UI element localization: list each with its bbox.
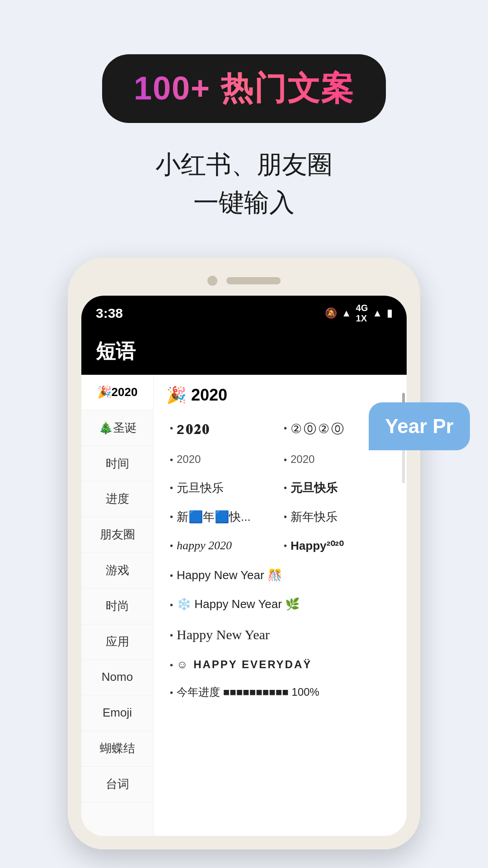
bullet-icon: • <box>170 688 173 698</box>
list-item[interactable]: • ❄️ Happy New Year 🌿 <box>166 590 394 618</box>
mute-icon: 🔕 <box>325 307 337 319</box>
list-item[interactable]: • 今年进度 ■■■■■■■■■■ 100% <box>166 678 394 706</box>
item-value: Happy²⁰²⁰ <box>291 538 343 554</box>
list-item[interactable]: • happy 2020 <box>166 531 280 560</box>
item-value: 2020 <box>177 452 201 467</box>
signal-icon: ▲ <box>372 307 382 319</box>
item-value: 元旦快乐 <box>177 480 224 496</box>
speech-bubble-text: Year Pr <box>385 415 454 437</box>
bullet-icon: • <box>284 453 287 466</box>
list-item[interactable]: • 新🟦年🟦快... <box>166 502 280 531</box>
phone-outer: 3:38 🔕 ▲ 4G1X ▲ ▮ 短语 <box>68 258 420 849</box>
bullet-icon: • <box>170 539 173 552</box>
bullet-icon: • <box>284 422 287 434</box>
list-item[interactable]: • Happy²⁰²⁰ <box>280 531 394 560</box>
speech-bubble: Year Pr <box>369 402 470 450</box>
items-grid: • 2𝟎𝟐𝟎 • ②⓪②⓪ • 2020 <box>166 414 394 706</box>
sidebar-item-fashion[interactable]: 时尚 <box>81 589 153 624</box>
status-icons: 🔕 ▲ 4G1X ▲ ▮ <box>325 303 392 324</box>
list-item[interactable]: • 元旦快乐 <box>166 473 280 502</box>
bullet-icon: • <box>170 630 173 641</box>
list-item[interactable]: • 新年快乐 <box>280 502 394 531</box>
bullet-icon: • <box>170 571 173 581</box>
subtitle-line1: 小红书、朋友圈 <box>155 146 333 184</box>
item-value: ☺ HAPPY EVERYDAŸ <box>177 657 312 672</box>
page-wrapper: 100+ 热门文案 小红书、朋友圈 一键输入 3:38 🔕 ▲ <box>0 0 488 868</box>
wifi-icon: ▲ <box>342 307 352 319</box>
list-item[interactable]: • 元旦快乐 <box>280 473 394 502</box>
item-value: Happy New Year 🎊 <box>177 567 282 583</box>
subtitle: 小红书、朋友圈 一键输入 <box>155 146 333 222</box>
item-value: ❄️ Happy New Year 🌿 <box>177 596 300 612</box>
item-value: 2𝟎𝟐𝟎 <box>177 420 210 439</box>
sidebar-item-moments[interactable]: 朋友圈 <box>81 517 153 553</box>
sidebar-item-2020[interactable]: 🎉2020 <box>81 375 153 410</box>
phone-top-bar <box>81 271 407 290</box>
item-value: happy 2020 <box>177 538 232 554</box>
bullet-icon: • <box>170 481 173 494</box>
bullet-icon: • <box>284 510 287 523</box>
bullet-icon: • <box>170 510 173 523</box>
sidebar: 🎉2020 🎄圣诞 时间 进度 朋友圈 游戏 时尚 应用 Nomo Emoji … <box>81 375 154 836</box>
speaker-bar <box>226 277 281 284</box>
phone-screen: 3:38 🔕 ▲ 4G1X ▲ ▮ 短语 <box>81 296 407 836</box>
list-item[interactable]: • ☺ HAPPY EVERYDAŸ <box>166 651 394 679</box>
item-value: Happy New Year <box>177 625 270 644</box>
status-time: 3:38 <box>96 306 123 321</box>
item-value: 新🟦年🟦快... <box>177 509 251 525</box>
list-item[interactable]: • Happy New Year 🎊 <box>166 561 394 590</box>
camera-icon <box>207 276 217 286</box>
badge-container: 100+ 热门文案 <box>102 54 386 123</box>
list-item[interactable]: • 2𝟎𝟐𝟎 <box>166 414 280 445</box>
list-item[interactable]: • 2020 <box>166 445 280 473</box>
item-value: 元旦快乐 <box>291 480 338 496</box>
section-title-text: 🎉 2020 <box>166 386 227 405</box>
phone-mockup: 3:38 🔕 ▲ 4G1X ▲ ▮ 短语 <box>68 258 420 849</box>
badge: 100+ 热门文案 <box>102 54 386 123</box>
sidebar-item-emoji[interactable]: Emoji <box>81 695 153 731</box>
item-value: 今年进度 ■■■■■■■■■■ 100% <box>177 684 319 700</box>
sidebar-item-apps[interactable]: 应用 <box>81 624 153 660</box>
sidebar-item-games[interactable]: 游戏 <box>81 553 153 589</box>
sidebar-item-lines[interactable]: 台词 <box>81 767 153 802</box>
app-content: 🎉2020 🎄圣诞 时间 进度 朋友圈 游戏 时尚 应用 Nomo Emoji … <box>81 375 407 836</box>
bullet-icon: • <box>170 600 173 610</box>
sidebar-item-bow[interactable]: 蝴蝶结 <box>81 731 153 767</box>
sidebar-item-progress[interactable]: 进度 <box>81 481 153 517</box>
bullet-icon: • <box>170 660 173 670</box>
item-value: ②⓪②⓪ <box>291 420 346 438</box>
badge-text: 100+ 热门文案 <box>134 70 354 106</box>
bullet-icon: • <box>170 453 173 466</box>
app-header: 短语 <box>81 329 407 375</box>
sidebar-item-nomo[interactable]: Nomo <box>81 660 153 695</box>
app-title: 短语 <box>96 340 136 362</box>
list-item[interactable]: • Happy New Year <box>166 619 394 651</box>
item-value: 新年快乐 <box>291 509 338 525</box>
item-value: 2020 <box>291 452 314 467</box>
bullet-icon: • <box>284 481 287 494</box>
status-bar: 3:38 🔕 ▲ 4G1X ▲ ▮ <box>81 296 407 329</box>
sidebar-item-time[interactable]: 时间 <box>81 446 153 482</box>
bullet-icon: • <box>284 539 287 552</box>
battery-icon: ▮ <box>387 307 392 319</box>
bullet-icon: • <box>170 422 173 434</box>
network-label: 4G1X <box>356 303 368 324</box>
subtitle-line2: 一键输入 <box>155 184 333 222</box>
sidebar-item-christmas[interactable]: 🎄圣诞 <box>81 410 153 446</box>
section-title: 🎉 2020 <box>166 386 394 405</box>
